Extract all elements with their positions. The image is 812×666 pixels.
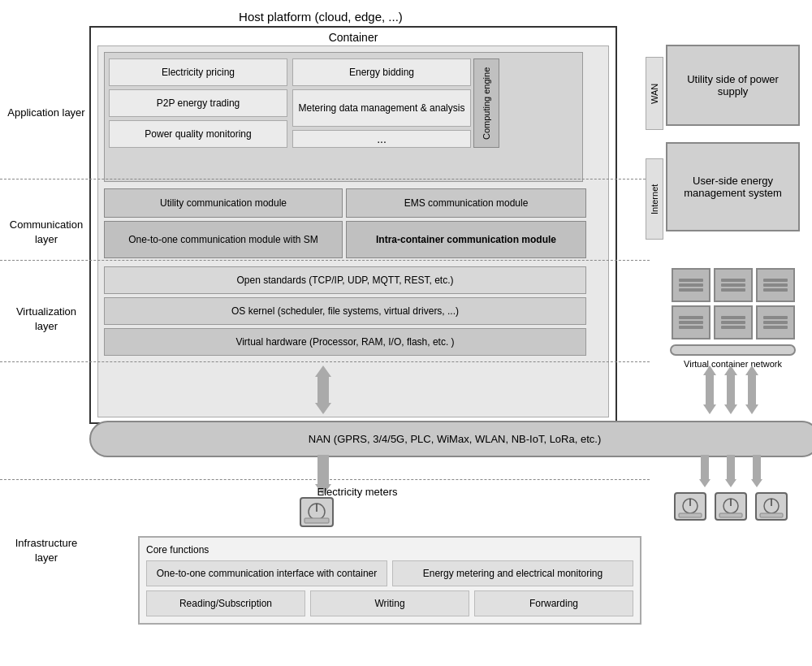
nan-right-arrows [666,455,796,487]
core-one-to-one-cell: One-to-one communication interface with … [146,560,387,586]
server-icon-4 [672,305,710,339]
utility-comm-cell: Utility communication module [104,188,343,218]
utility-supply-box: Utility side of power supply [666,45,800,126]
separator-line-1 [0,179,650,179]
svg-rect-11 [719,513,742,517]
separator-line-3 [0,361,650,362]
virtual-container-network: Virtual container network [662,268,804,369]
one-to-one-comm-cell: One-to-one communication module with SM [104,221,343,258]
computing-engine: Computing engine [473,58,499,148]
core-reading-cell: Reading/Subscription [146,590,305,616]
metering-data-cell: Metering data management & analysis [292,89,471,127]
p2p-trading-cell: P2P energy trading [109,89,287,117]
core-functions-label: Core functions [146,544,633,556]
power-quality-cell: Power quality monitoring [109,120,287,148]
core-writing-cell: Writing [310,590,469,616]
svg-rect-3 [304,518,329,523]
open-standards-row: Open standards (TCP/IP, UDP, MQTT, REST,… [104,266,586,294]
internet-label: Internet [646,158,663,240]
ems-comm-cell: EMS communication module [346,188,586,218]
diagram: Host platform (cloud, edge, ...) Contain… [0,0,812,666]
communication-layer-label: Communication layer [6,218,86,247]
nan-band: NAN (GPRS, 3/4/5G, PLC, WiMax, WLAN, NB-… [89,421,812,457]
electricity-pricing-cell: Electricity pricing [109,58,287,86]
electricity-meters-label: Electricity meters [244,486,471,498]
intra-container-comm-cell: Intra-container communication module [346,221,586,258]
infrastructure-layer-label: Infrastructure layer [6,536,86,565]
virtualization-layer-label: Virtualization layer [6,305,86,334]
svg-rect-15 [760,513,783,517]
server-icon-2 [714,268,753,302]
svg-rect-7 [679,513,702,517]
cloud-shape [670,344,796,356]
container-label: Container [89,31,617,44]
core-energy-metering-cell: Energy metering and electrical monitorin… [392,560,633,586]
core-functions-box: Core functions One-to-one communication … [138,536,641,625]
core-forwarding-cell: Forwarding [474,590,633,616]
server-icon-6 [756,305,795,339]
server-icon-5 [714,305,753,339]
energy-bidding-cell: Energy bidding [292,58,471,86]
user-side-ems-box: User-side energy management system [666,142,800,231]
meter-icon-center [296,494,337,530]
host-platform-title: Host platform (cloud, edge, ...) [0,10,641,24]
dots-cell: ... [292,130,471,148]
right-arrows-group [666,365,796,414]
virtual-hardware-row: Virtual hardware (Processor, RAM, I/O, f… [104,328,586,356]
separator-line-2 [0,260,650,261]
main-arrow-down [315,365,331,414]
server-icon-1 [672,268,710,302]
wan-label: WAN [646,57,663,130]
server-icon-3 [756,268,795,302]
os-kernel-row: OS kernel (scheduler, file systems, virt… [104,297,586,325]
meter-icons-right [662,491,800,525]
application-layer-label: Application layer [6,106,86,120]
